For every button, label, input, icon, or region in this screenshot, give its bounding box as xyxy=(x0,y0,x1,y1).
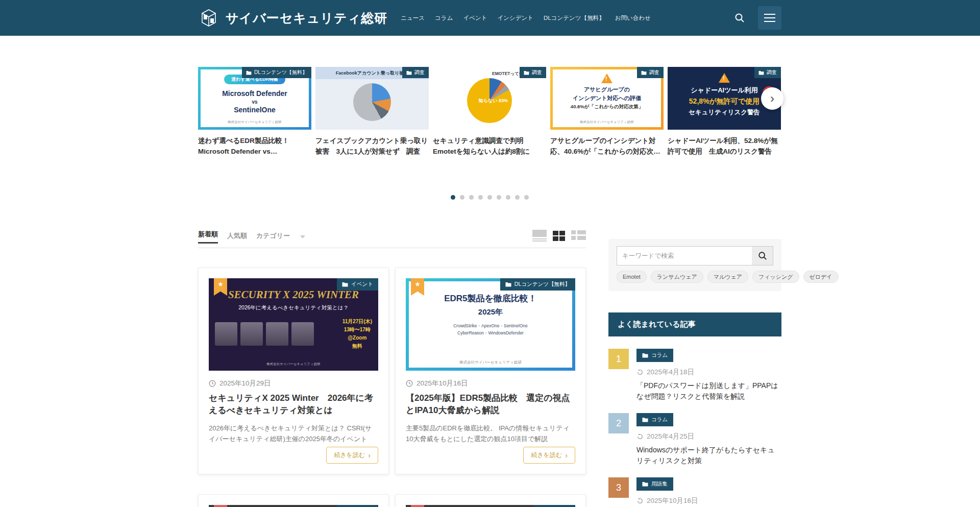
pagination-dot[interactable] xyxy=(469,195,474,200)
tag-malware[interactable]: マルウェア xyxy=(707,271,748,283)
tag-phishing[interactable]: フィッシング xyxy=(752,271,799,283)
folder-icon xyxy=(406,70,412,75)
search-button[interactable] xyxy=(752,246,773,265)
slide-title[interactable]: シャドーAIツール利用、52.8%が無許可で使用 生成AIのリスク警告 xyxy=(668,136,781,157)
article-title[interactable]: セキュリティX 2025 Winter 2026年に考えるべきセキュリティ対策と… xyxy=(209,392,378,417)
category-badge[interactable]: 調査 xyxy=(754,67,781,78)
article-excerpt: 2026年に考えるべきセキュリティ対策とは？ CSRI(サイバーセキュリティ総研… xyxy=(209,423,378,445)
header: サイバーセキュリティ総研 ニュース コラム イベント インシデント DLコンテン… xyxy=(0,0,980,36)
pagination-dot[interactable] xyxy=(487,195,492,200)
slide-image-text: セキュリティリスク警告 xyxy=(689,108,760,117)
grid-view-icon[interactable] xyxy=(553,231,565,241)
pagination-dot[interactable] xyxy=(515,195,520,200)
main-nav: ニュース コラム イベント インシデント DLコンテンツ【無料】 お問い合わせ xyxy=(401,14,650,22)
pagination-dot[interactable] xyxy=(506,195,510,200)
ranking-item[interactable]: 1 コラム xyxy=(608,349,781,402)
article-thumbnail: NEW ニュース xyxy=(406,505,575,507)
ranking-date: 2025年4月18日 xyxy=(636,368,781,377)
rank-number-badge: 1 xyxy=(608,349,629,369)
search-widget: Emotet ランサムウェア マルウェア フィッシング ゼロデイ xyxy=(608,239,781,291)
ranking-date: 2025年4月25日 xyxy=(636,432,781,441)
folder-icon xyxy=(246,70,252,75)
category-badge[interactable]: ニュース xyxy=(534,505,575,507)
pie-chart xyxy=(353,83,391,121)
nav-item-news[interactable]: ニュース xyxy=(401,14,425,22)
slide-title[interactable]: セキュリティ意識調査で判明 Emotetを知らない人は約8割に xyxy=(433,136,546,157)
ranking-widget: よく読まれている記事 1 コラム xyxy=(608,312,781,507)
category-badge[interactable]: イベント xyxy=(337,278,378,291)
article-card[interactable]: NEW ニュース xyxy=(198,494,389,507)
folder-icon xyxy=(505,282,511,287)
slide-image-text: Microsoft Defender xyxy=(222,88,287,99)
category-badge[interactable]: 調査 xyxy=(637,67,664,78)
slide-image-text: 52,8%が無許可で使用 xyxy=(689,97,760,106)
category-badge[interactable]: コラム xyxy=(636,413,673,426)
carousel-next-arrow[interactable]: › xyxy=(761,87,783,110)
category-badge[interactable]: 用語集 xyxy=(636,477,673,491)
search-icon[interactable] xyxy=(734,13,745,23)
article-meta: 2025年10月29日 xyxy=(209,379,378,388)
search-input[interactable] xyxy=(617,246,752,265)
carousel-slide[interactable]: アサヒグループの インシデント対応への評価 40.6%が「これからの対応次第」 … xyxy=(550,67,664,157)
slide-image-footer: 株式会社サイバーセキュリティ総研 xyxy=(228,120,281,125)
warning-icon xyxy=(719,73,730,83)
carousel-slides: 迷わず選べるEDR特集 Microsoft Defender vs Sentin… xyxy=(198,67,781,157)
category-badge[interactable]: DLコンテンツ【無料】 xyxy=(242,67,311,78)
carousel-slide[interactable]: 迷わず選べるEDR特集 Microsoft Defender vs Sentin… xyxy=(198,67,311,157)
pagination-dot[interactable] xyxy=(478,195,483,200)
site-logo[interactable]: サイバーセキュリティ総研 xyxy=(198,7,387,29)
tag-ransomware[interactable]: ランサムウェア xyxy=(651,271,703,283)
history-icon xyxy=(636,497,644,504)
folder-icon xyxy=(758,70,764,75)
logo-cube-icon xyxy=(198,7,219,29)
pagination-dot[interactable] xyxy=(497,195,501,200)
article-title[interactable]: 【2025年版】EDR5製品比較 選定の視点とIPA10大脅威から解説 xyxy=(406,392,575,417)
search-tags: Emotet ランサムウェア マルウェア フィッシング ゼロデイ xyxy=(617,271,773,283)
tab-category[interactable]: カテゴリー xyxy=(256,231,290,244)
view-switcher xyxy=(532,230,586,242)
slide-image-text: vs xyxy=(252,99,257,105)
folder-icon xyxy=(642,353,648,358)
pagination-dot[interactable] xyxy=(460,195,464,200)
chevron-down-icon[interactable] xyxy=(300,235,305,238)
pagination-dot[interactable] xyxy=(451,195,455,200)
speaker-photo xyxy=(291,322,314,346)
category-badge[interactable]: 調査 xyxy=(520,67,546,78)
warning-icon xyxy=(601,74,612,83)
ranking-item[interactable]: 3 用語集 xyxy=(608,477,781,507)
category-badge[interactable]: 調査 xyxy=(402,67,429,78)
tag-zeroday[interactable]: ゼロデイ xyxy=(803,271,839,283)
nav-item-column[interactable]: コラム xyxy=(435,14,453,22)
ranking-item[interactable]: 2 コラム xyxy=(608,413,781,466)
article-card[interactable]: NEW ニュース xyxy=(395,494,586,507)
nav-item-contact[interactable]: お問い合わせ xyxy=(615,14,651,22)
category-badge[interactable]: コラム xyxy=(636,349,673,362)
menu-hamburger-icon[interactable] xyxy=(758,6,781,30)
read-more-button[interactable]: 続きを読む› xyxy=(523,447,575,464)
read-more-button[interactable]: 続きを読む› xyxy=(326,447,378,464)
list-view-icon[interactable] xyxy=(571,230,586,242)
category-badge[interactable]: ニュース xyxy=(337,505,378,507)
tab-popular[interactable]: 人気順 xyxy=(227,231,247,244)
nav-item-incident[interactable]: インシデント xyxy=(497,14,533,22)
ranking-title[interactable]: 「PDFのパスワードは別送します」PPAPはなぜ問題？リスクと代替策を解説 xyxy=(636,380,781,402)
category-badge[interactable]: DLコンテンツ【無料】 xyxy=(500,278,575,291)
rank-number-badge: 3 xyxy=(608,477,629,498)
carousel-slide[interactable]: シャドーAIツール利用 52,8%が無許可で使用 セキュリティリスク警告 調査 … xyxy=(668,67,781,157)
nav-item-event[interactable]: イベント xyxy=(463,14,487,22)
nav-item-dl-contents[interactable]: DLコンテンツ【無料】 xyxy=(544,14,605,22)
slide-title[interactable]: フェイスブックアカウント乗っ取り被害 3人に1人が対策せず 調査 xyxy=(315,136,429,157)
slide-title[interactable]: 迷わず選べるEDR製品比較！Microsoft Defender vs Sent… xyxy=(198,136,311,157)
article-card[interactable]: SECURITY X 2025 WINTER 2026年に考えるべきセキュリティ… xyxy=(198,268,389,474)
tag-emotet[interactable]: Emotet xyxy=(617,271,647,283)
slide-title[interactable]: アサヒグループのインシデント対応、40.6%が「これからの対応次第」と評価 xyxy=(550,136,664,157)
speaker-photos: 11月27日(木) 13時〜17時 @Zoom 無料 xyxy=(215,318,372,350)
carousel-slide[interactable]: EMOTETって知ってる？ 知らない 83% 調査 セキュリティ意識調査で判明 … xyxy=(433,67,546,157)
ranking-title[interactable]: Windowsのサポート終了がもたらすセキュリティリスクと対策 xyxy=(636,445,781,466)
tab-newest[interactable]: 新着順 xyxy=(198,230,218,244)
article-card[interactable]: EDR5製品を徹底比較！ 2025年 CrowdStrike・ApexOne・S… xyxy=(395,268,586,474)
article-date: 2025年10月16日 xyxy=(416,379,468,388)
carousel-slide[interactable]: Facebookアカウント乗っ取り被害 調査 フェイスブックアカウント乗っ取り被… xyxy=(315,67,429,157)
magazine-view-icon[interactable] xyxy=(532,230,547,242)
pagination-dot[interactable] xyxy=(524,195,529,200)
